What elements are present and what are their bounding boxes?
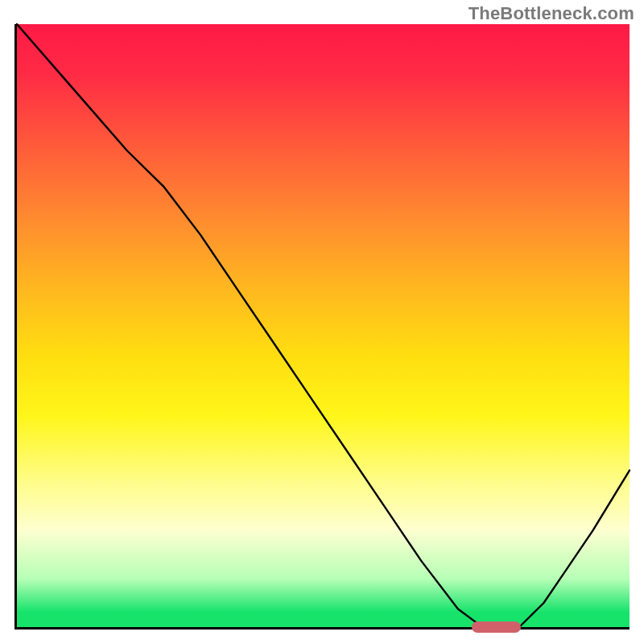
optimal-range-marker bbox=[472, 621, 521, 633]
watermark-text: TheBottleneck.com bbox=[469, 3, 634, 24]
plot-area bbox=[14, 24, 630, 630]
bottleneck-curve bbox=[17, 24, 630, 627]
chart-container: { "watermark": "TheBottleneck.com", "col… bbox=[0, 0, 644, 644]
curve-svg bbox=[17, 24, 630, 627]
